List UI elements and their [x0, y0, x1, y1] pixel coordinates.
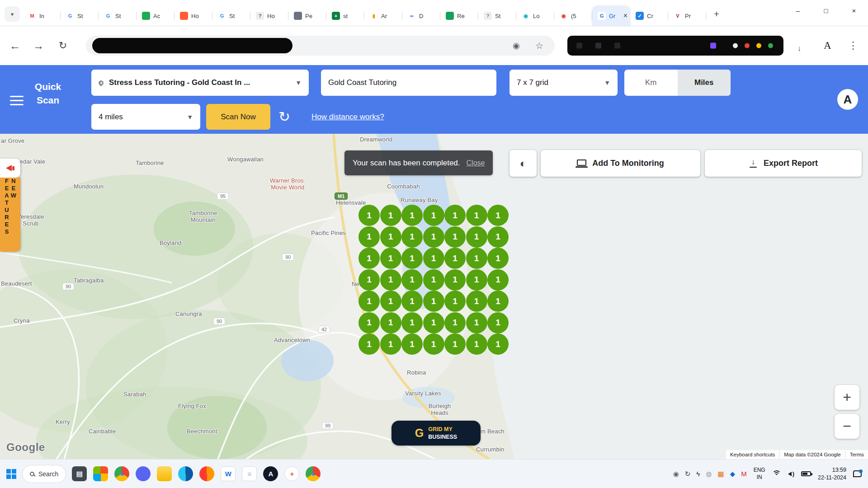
zoom-out-button[interactable]: − [835, 414, 859, 439]
browser-tab[interactable]: ? St [478, 6, 516, 26]
unit-miles-button[interactable]: Miles [678, 70, 731, 96]
browser-tab[interactable]: M In [23, 6, 61, 26]
rank-circle[interactable]: 1 [380, 226, 401, 248]
tab-search-button[interactable]: ▾ [5, 6, 20, 22]
back-icon[interactable]: ← [6, 39, 24, 52]
maximize-button[interactable]: □ [812, 0, 840, 21]
address-bar[interactable]: ◉ ☆ [86, 36, 555, 56]
account-avatar[interactable]: A [837, 89, 858, 110]
browser-menu-icon[interactable]: ⋮ [844, 40, 862, 52]
zoom-in-button[interactable]: + [835, 385, 859, 410]
rank-circle[interactable]: 1 [359, 205, 380, 226]
rank-circle[interactable]: 1 [444, 205, 466, 226]
rank-circle[interactable]: 1 [380, 333, 401, 355]
rank-circle[interactable]: 1 [401, 291, 423, 312]
taskbar-app-icon[interactable] [199, 466, 214, 481]
rank-circle[interactable]: 1 [487, 226, 509, 248]
map-canvas[interactable]: ar Grove Cedar Vale Tamborine Wongawalla… [0, 134, 868, 459]
tray-icon[interactable]: ◍ [706, 470, 712, 477]
tray-icon[interactable]: M [741, 470, 747, 477]
rank-circle[interactable]: 1 [444, 312, 466, 333]
tray-icon[interactable]: ◉ [673, 470, 679, 477]
browser-tab[interactable]: + st [326, 6, 364, 26]
taskbar-app-icon[interactable]: + [284, 466, 299, 481]
rank-circle[interactable]: 1 [444, 291, 466, 312]
rank-circle[interactable]: 1 [466, 226, 487, 248]
rank-circle[interactable]: 1 [401, 269, 423, 291]
browser-tab[interactable]: Re [440, 6, 478, 26]
tray-icon[interactable]: ◆ [730, 470, 736, 477]
rank-circle[interactable]: 1 [423, 312, 444, 333]
tray-icon[interactable]: ↻ [685, 470, 691, 477]
rank-circle[interactable]: 1 [444, 269, 466, 291]
language-indicator[interactable]: ENG IN [754, 467, 765, 481]
rank-circle[interactable]: 1 [466, 333, 487, 355]
clock[interactable]: 13:59 22-11-2024 [818, 466, 846, 482]
browser-tab[interactable]: ◉ Lo [516, 6, 554, 26]
rank-circle[interactable]: 1 [380, 291, 401, 312]
battery-icon[interactable] [801, 471, 811, 476]
refresh-icon[interactable]: ↻ [278, 104, 290, 130]
business-select[interactable]: Stress Less Tutoring - Gold Coast In ...… [91, 70, 309, 96]
google-logo[interactable]: Google [6, 441, 45, 454]
taskbar-app-icon[interactable]: ▤ [72, 466, 87, 481]
browser-tab[interactable]: ? Ho [250, 6, 288, 26]
rank-circle[interactable]: 1 [487, 291, 509, 312]
taskbar-app-icon[interactable] [157, 466, 172, 481]
browser-tab[interactable]: ◉ (5 [554, 6, 592, 26]
taskbar-app-icon[interactable]: A [263, 466, 278, 481]
browser-tab[interactable]: Ac [137, 6, 175, 26]
rank-circle[interactable]: 1 [401, 312, 423, 333]
browser-tab[interactable]: G St [61, 6, 99, 26]
rank-circle[interactable]: 1 [423, 291, 444, 312]
rank-circle[interactable]: 1 [466, 248, 487, 269]
rank-circle[interactable]: 1 [423, 205, 444, 226]
toast-close-link[interactable]: Close [467, 159, 485, 167]
rank-circle[interactable]: 1 [380, 312, 401, 333]
rank-circle[interactable]: 1 [380, 269, 401, 291]
rank-circle[interactable]: 1 [359, 269, 380, 291]
rank-circle[interactable]: 1 [466, 205, 487, 226]
rank-circle[interactable]: 1 [444, 226, 466, 248]
keyboard-shortcuts-link[interactable]: Keyboard shortcuts [726, 450, 779, 459]
taskbar-search[interactable]: Search [22, 465, 66, 483]
rank-circle[interactable]: 1 [487, 269, 509, 291]
taskbar-app-icon[interactable]: ≡ [242, 466, 257, 481]
reading-mode-icon[interactable]: A [824, 40, 831, 52]
tracker-protection-icon[interactable]: ◉ [513, 41, 520, 51]
rank-circle[interactable]: 1 [380, 205, 401, 226]
new-features-ribbon[interactable]: NEW FEATURES [0, 159, 20, 252]
browser-tab[interactable]: ✓ Cr [630, 6, 668, 26]
volume-icon[interactable]: ) [788, 470, 794, 477]
rank-circle[interactable]: 1 [359, 291, 380, 312]
bookmark-star-icon[interactable]: ☆ [535, 40, 543, 51]
browser-tab[interactable]: G St [99, 6, 137, 26]
rank-circle[interactable]: 1 [380, 248, 401, 269]
terms-link[interactable]: Terms [846, 450, 868, 459]
rank-circle[interactable]: 1 [359, 226, 380, 248]
taskbar-app-icon[interactable] [93, 466, 108, 481]
browser-tab[interactable]: V Pr [668, 6, 706, 26]
rank-circle[interactable]: 1 [401, 205, 423, 226]
taskbar-app-icon[interactable]: W [221, 466, 236, 481]
export-report-button[interactable]: Export Report [705, 150, 862, 177]
distance-select[interactable]: 4 miles ▼ [91, 104, 200, 130]
rank-circle[interactable]: 1 [359, 248, 380, 269]
unit-km-button[interactable]: Km [624, 70, 678, 96]
tab-close-icon[interactable]: × [623, 12, 627, 19]
grid-size-select[interactable]: 7 x 7 grid ▼ [509, 70, 618, 96]
taskbar-app-icon[interactable] [136, 466, 151, 481]
browser-tab[interactable]: G Gr × [592, 6, 630, 26]
taskbar-app-icon[interactable]: ● [114, 466, 129, 481]
browser-tab[interactable]: Pe [288, 6, 326, 26]
taskbar-app-icon[interactable] [178, 466, 193, 481]
keyword-input[interactable]: Gold Coast Tutoring [321, 70, 496, 96]
wifi-icon[interactable] [772, 470, 781, 477]
rank-circle[interactable]: 1 [487, 312, 509, 333]
rank-circle[interactable]: 1 [487, 205, 509, 226]
minimize-button[interactable]: – [784, 0, 812, 21]
tray-icon[interactable]: ϟ [696, 470, 700, 477]
notifications-icon[interactable] [853, 470, 862, 477]
new-tab-button[interactable]: + [710, 7, 723, 21]
tray-icon[interactable]: ▦ [717, 470, 724, 477]
